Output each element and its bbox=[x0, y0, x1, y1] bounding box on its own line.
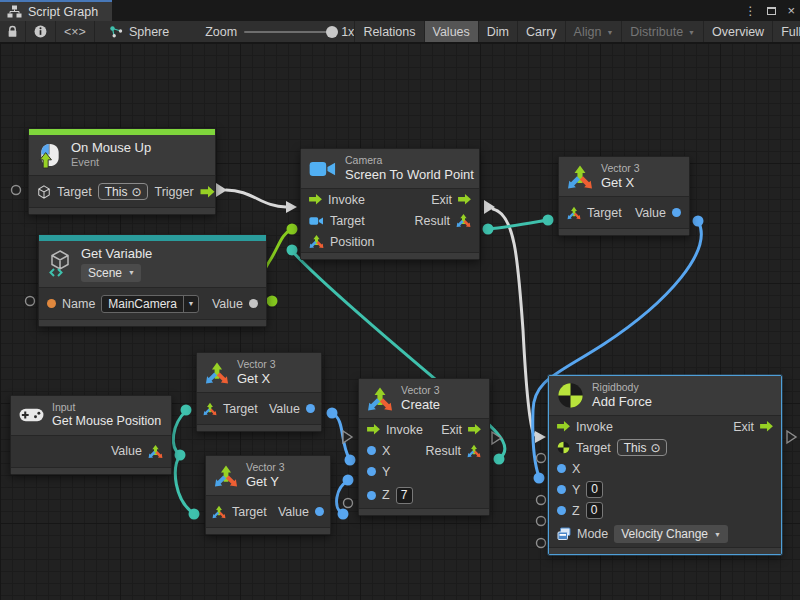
x-label: X bbox=[572, 462, 580, 476]
z-row: Z 0 bbox=[549, 500, 781, 521]
y-port-dot[interactable] bbox=[367, 467, 376, 476]
value-port-dot[interactable] bbox=[249, 299, 258, 308]
variable-scope-dropdown[interactable]: Scene ▼ bbox=[81, 264, 141, 282]
target-value-row: Target Value bbox=[559, 197, 689, 228]
target-label: Target bbox=[576, 441, 611, 455]
vector3-icon bbox=[367, 386, 393, 412]
z-value-field[interactable]: 7 bbox=[396, 487, 413, 504]
exit-label: Exit bbox=[733, 420, 754, 434]
node-category: Rigidbody bbox=[592, 381, 652, 394]
zoom-slider[interactable] bbox=[244, 31, 334, 33]
value-port-dot[interactable] bbox=[672, 208, 681, 217]
node-vector3-get-x-mid[interactable]: Vector 3 Get X Target Value bbox=[196, 352, 322, 432]
x-port-dot[interactable] bbox=[367, 446, 376, 455]
node-footer bbox=[301, 252, 479, 259]
flow-arrow-icon bbox=[200, 186, 215, 198]
node-vector3-get-y[interactable]: Vector 3 Get Y Target Value bbox=[205, 455, 331, 535]
carry-toggle[interactable]: Carry bbox=[517, 21, 565, 42]
name-label: Name bbox=[62, 297, 95, 311]
dim-toggle[interactable]: Dim bbox=[478, 21, 517, 42]
node-vector3-get-x-right[interactable]: Vector 3 Get X Target Value bbox=[558, 156, 690, 236]
rigidbody-icon bbox=[557, 441, 570, 454]
target-dot-icon: ⊙ bbox=[131, 186, 141, 198]
node-footer bbox=[206, 527, 330, 534]
x-row: X bbox=[549, 458, 781, 479]
this-target-button[interactable]: This ⊙ bbox=[617, 439, 668, 456]
z-label: Z bbox=[572, 504, 580, 518]
z-value-field[interactable]: 0 bbox=[586, 502, 603, 519]
flow-arrow-icon bbox=[367, 424, 380, 435]
flow-arrow-icon bbox=[760, 421, 773, 432]
position-label: Position bbox=[330, 235, 374, 249]
node-footer bbox=[549, 547, 781, 554]
vector3-icon bbox=[212, 505, 226, 519]
node-on-mouse-up[interactable]: On Mouse Up Event Target This ⊙ Trigger bbox=[28, 128, 216, 215]
tab-script-graph[interactable]: Script Graph bbox=[0, 0, 112, 21]
vector3-icon bbox=[148, 444, 163, 459]
target-result-row: Target Result bbox=[301, 210, 479, 231]
node-title: Screen To World Point bbox=[345, 167, 474, 183]
node-vector3-create[interactable]: Vector 3 Create Invoke Exit X Result bbox=[358, 378, 490, 516]
node-screen-to-world-point[interactable]: Camera Screen To World Point Invoke Exit… bbox=[300, 148, 480, 260]
zoom-slider-handle[interactable] bbox=[326, 26, 338, 38]
full-screen-button[interactable]: Full Screen bbox=[772, 21, 800, 42]
node-get-mouse-position[interactable]: Input Get Mouse Position Value bbox=[10, 395, 172, 475]
overview-button[interactable]: Overview bbox=[703, 21, 772, 42]
tab-bar: Script Graph ⋮ × bbox=[0, 0, 800, 21]
x-result-row: X Result bbox=[359, 440, 489, 461]
maximize-icon[interactable] bbox=[767, 7, 776, 15]
code-preview-button[interactable]: <×> bbox=[56, 21, 95, 42]
name-port-dot[interactable] bbox=[47, 299, 56, 308]
result-label: Result bbox=[415, 214, 450, 228]
relations-toggle[interactable]: Relations bbox=[354, 21, 423, 42]
value-port-dot[interactable] bbox=[306, 404, 315, 413]
window-controls: ⋮ × bbox=[744, 0, 795, 21]
node-title: Get Y bbox=[246, 474, 285, 490]
zoom-label: Zoom bbox=[205, 25, 237, 39]
target-label: Target bbox=[587, 206, 622, 220]
lock-button[interactable] bbox=[0, 21, 26, 42]
vector3-icon bbox=[456, 213, 471, 228]
this-target-button[interactable]: This ⊙ bbox=[98, 183, 149, 200]
vector3-icon bbox=[567, 164, 593, 190]
camera-icon bbox=[309, 216, 324, 226]
invoke-label: Invoke bbox=[576, 420, 613, 434]
z-port-dot[interactable] bbox=[367, 491, 376, 500]
node-subtitle: Event bbox=[71, 156, 151, 170]
zoom-value: 1x bbox=[341, 25, 354, 39]
node-category: Vector 3 bbox=[237, 358, 276, 371]
distribute-dropdown[interactable]: Distribute▼ bbox=[621, 21, 703, 42]
z-port-dot[interactable] bbox=[557, 506, 566, 515]
flow-arrow-icon bbox=[309, 194, 322, 205]
value-row: Value bbox=[11, 436, 171, 467]
flow-arrow-icon bbox=[458, 194, 471, 205]
variable-name-dropdown[interactable]: MainCamera ▼ bbox=[101, 295, 199, 313]
vector3-icon bbox=[309, 234, 324, 249]
gamepad-icon bbox=[19, 408, 44, 422]
value-label: Value bbox=[111, 444, 142, 458]
node-title: Get X bbox=[237, 371, 276, 387]
breadcrumb[interactable]: Sphere bbox=[95, 21, 179, 42]
target-row: Target This ⊙ bbox=[549, 437, 781, 458]
node-title: Get Variable bbox=[81, 246, 152, 262]
invoke-row: Invoke Exit bbox=[359, 419, 489, 440]
window-menu-icon[interactable]: ⋮ bbox=[744, 4, 756, 18]
invoke-row: Invoke Exit bbox=[549, 416, 781, 437]
inspect-button[interactable] bbox=[26, 21, 56, 42]
y-port-dot[interactable] bbox=[557, 485, 566, 494]
chevron-down-icon: ▼ bbox=[688, 29, 695, 36]
values-toggle[interactable]: Values bbox=[424, 21, 478, 42]
value-port-dot[interactable] bbox=[315, 507, 324, 516]
graph-breadcrumb-icon bbox=[109, 25, 123, 38]
align-dropdown[interactable]: Align▼ bbox=[565, 21, 622, 42]
node-category: Vector 3 bbox=[401, 384, 440, 397]
node-add-force[interactable]: Rigidbody Add Force Invoke Exit Target bbox=[548, 375, 782, 555]
node-category: Vector 3 bbox=[246, 461, 285, 474]
y-value-field[interactable]: 0 bbox=[586, 481, 603, 498]
close-icon[interactable]: × bbox=[787, 3, 795, 18]
mode-dropdown[interactable]: Velocity Change ▼ bbox=[614, 525, 728, 543]
x-port-dot[interactable] bbox=[557, 464, 566, 473]
node-get-variable[interactable]: Get Variable Scene ▼ Name MainCamera ▼ V… bbox=[38, 234, 267, 327]
node-title: Get Mouse Position bbox=[52, 414, 161, 430]
x-label: X bbox=[382, 444, 390, 458]
